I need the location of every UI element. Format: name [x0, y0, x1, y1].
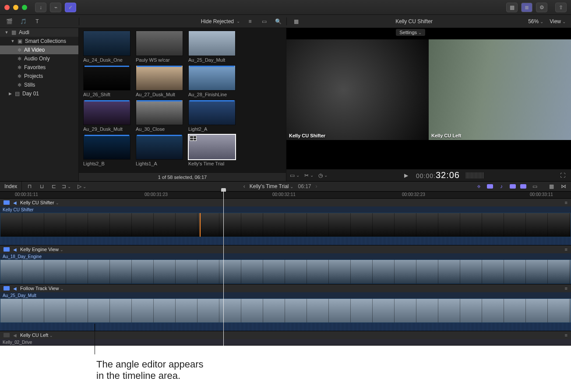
- frame-thumbnail: [285, 299, 307, 322]
- keyword-button[interactable]: ⌁: [50, 3, 61, 12]
- filter-dropdown[interactable]: Hide Rejected: [201, 18, 240, 24]
- filmstrip[interactable]: [0, 213, 571, 237]
- viewer-settings-dropdown[interactable]: Settings: [396, 29, 425, 36]
- connect-icon[interactable]: ⊓: [25, 182, 33, 190]
- angle-track[interactable]: ◀Kelly CU Shifter ⌄≡Kelly CU Shifter: [0, 199, 571, 245]
- view-dropdown[interactable]: View: [550, 18, 566, 24]
- index-button[interactable]: Index: [0, 182, 22, 191]
- frame-thumbnail: [329, 213, 351, 237]
- fullscreen-icon[interactable]: ⛶: [559, 172, 567, 179]
- solo-icon[interactable]: ♪: [497, 182, 505, 190]
- angle-preview-2[interactable]: Kelly CU Left: [429, 39, 571, 140]
- play-icon[interactable]: ▶: [402, 172, 410, 179]
- audio-monitor-toggle[interactable]: ◀: [13, 200, 17, 205]
- smart-collections-folder[interactable]: ▼ ▣ Smart Collections: [0, 37, 78, 46]
- music-icon[interactable]: 🎵: [19, 18, 27, 25]
- marker[interactable]: [200, 213, 201, 237]
- history-back-icon[interactable]: ‹: [243, 183, 245, 189]
- filmstrip[interactable]: [0, 259, 571, 284]
- close-window-icon[interactable]: [4, 5, 10, 10]
- track-menu-icon[interactable]: ≡: [565, 200, 567, 205]
- insert-icon[interactable]: ⊔: [38, 182, 46, 190]
- background-tasks-button[interactable]: ✓: [65, 3, 76, 12]
- timecode-display[interactable]: 00:00:32:06: [416, 170, 460, 180]
- filmstrip-icon[interactable]: ▭: [260, 18, 268, 25]
- thumbnail-image: [83, 31, 130, 56]
- list-view-icon[interactable]: ≡: [246, 18, 254, 25]
- smart-collection-item[interactable]: ✻Favorites: [0, 63, 78, 72]
- tool-select-dropdown[interactable]: ▷: [78, 182, 86, 190]
- track-menu-icon[interactable]: ≡: [565, 247, 567, 252]
- clip-thumbnail[interactable]: Kelly's Time Trial: [188, 134, 236, 166]
- clip-thumbnail[interactable]: Au_29_Dusk_Mult: [83, 100, 131, 132]
- skimming-icon[interactable]: ⎆: [475, 182, 483, 190]
- event-day01[interactable]: ▶ ▤ Day 01: [0, 89, 78, 98]
- clip-thumbnail[interactable]: Au_28_FinishLine: [188, 65, 236, 97]
- clip-thumbnail[interactable]: Lights1_A: [136, 134, 184, 166]
- smart-collection-item[interactable]: ✻All Video: [0, 46, 78, 54]
- track-menu-icon[interactable]: ≡: [565, 286, 567, 291]
- clip-thumbnail[interactable]: Light2_A: [188, 100, 236, 132]
- angle-name[interactable]: Follow Track View ⌄: [20, 286, 64, 291]
- transitions-icon[interactable]: ⋈: [560, 182, 567, 190]
- clip-thumbnail[interactable]: Lights2_B: [83, 134, 131, 166]
- audio-skim-toggle[interactable]: [487, 184, 493, 189]
- effects-icon[interactable]: ▦: [547, 182, 555, 190]
- clip-thumbnail[interactable]: Au_24_Dusk_One: [83, 31, 131, 63]
- transform-icon[interactable]: ✂: [305, 172, 313, 179]
- titles-icon[interactable]: T: [33, 18, 41, 25]
- import-button[interactable]: ↓: [35, 3, 46, 12]
- disclosure-icon[interactable]: ▶: [8, 91, 12, 96]
- angle-preview-1[interactable]: Kelly CU Shifter: [286, 39, 429, 140]
- search-icon[interactable]: 🔍: [274, 18, 282, 25]
- audio-monitor-toggle[interactable]: ◀: [13, 286, 17, 291]
- video-monitor-toggle[interactable]: [4, 286, 10, 290]
- filmstrip[interactable]: [0, 298, 571, 323]
- view-layout-icon[interactable]: ▦: [292, 18, 300, 25]
- clip-thumbnail[interactable]: Au_25_Day_Mult: [188, 31, 236, 63]
- clip-thumbnail[interactable]: Au_27_Dusk_Mult: [136, 65, 184, 97]
- disclosure-icon[interactable]: ▼: [11, 39, 15, 43]
- browser-toggle-button[interactable]: ▦: [506, 3, 518, 12]
- angle-track[interactable]: ◀Kelly Engine View ⌄≡Au_18_Day_Engine: [0, 245, 571, 284]
- disclosure-icon[interactable]: ▼: [4, 30, 9, 35]
- clip-thumbnail[interactable]: Pauly WS w/car: [136, 31, 184, 63]
- angle-name[interactable]: Kelly CU Shifter ⌄: [20, 200, 59, 205]
- angle-track[interactable]: ◀Kelly CU Left ⌄≡Kelly_02_Drive: [0, 331, 571, 346]
- video-monitor-toggle[interactable]: [4, 333, 10, 337]
- clip-thumbnail[interactable]: Au_30_Close: [136, 100, 184, 132]
- timeline-ruler[interactable]: 00:00:31:11 00:00:31:23 00:00:32:11 00:0…: [0, 192, 571, 199]
- smart-collection-item[interactable]: ✻Stills: [0, 80, 78, 89]
- clapper-icon[interactable]: 🎬: [5, 18, 13, 25]
- snapping-toggle[interactable]: [510, 184, 516, 189]
- share-button[interactable]: ⇪: [555, 3, 567, 12]
- smart-collection-item[interactable]: ✻Projects: [0, 72, 78, 80]
- video-monitor-toggle[interactable]: [4, 247, 10, 252]
- playhead[interactable]: [223, 192, 224, 346]
- smart-collection-item[interactable]: ✻Audio Only: [0, 54, 78, 63]
- clip-appearance-icon[interactable]: ▭: [531, 182, 539, 190]
- angle-name[interactable]: Kelly Engine View ⌄: [20, 247, 63, 252]
- display-options-icon[interactable]: ▭: [291, 172, 299, 179]
- inspector-toggle-button[interactable]: ⚙: [536, 3, 547, 12]
- snap-toggle-2[interactable]: [520, 184, 526, 189]
- retime-icon[interactable]: ◷: [319, 172, 327, 179]
- history-forward-icon[interactable]: ›: [316, 183, 317, 189]
- minimize-window-icon[interactable]: [13, 5, 18, 10]
- audio-monitor-toggle[interactable]: ◀: [13, 333, 17, 338]
- library-root[interactable]: ▼ ▦ Audi: [0, 28, 78, 37]
- audio-monitor-toggle[interactable]: ◀: [13, 247, 17, 252]
- video-monitor-toggle[interactable]: [4, 200, 10, 205]
- clip-thumbnail[interactable]: AU_26_Shift: [83, 65, 131, 97]
- angle-name[interactable]: Kelly CU Left ⌄: [20, 332, 53, 338]
- zoom-window-icon[interactable]: [22, 5, 27, 10]
- timeline-toggle-button[interactable]: ≣: [521, 3, 532, 12]
- project-title-dropdown[interactable]: Kelly's Time Trial: [250, 183, 294, 189]
- angle-track[interactable]: ◀Follow Track View ⌄≡Au_25_Day_Mult: [0, 284, 571, 331]
- clip-label: Light2_A: [188, 125, 236, 132]
- thumbnail-image: [83, 100, 130, 125]
- track-menu-icon[interactable]: ≡: [565, 332, 567, 338]
- overwrite-icon[interactable]: ⊐: [62, 182, 70, 190]
- zoom-dropdown[interactable]: 56%: [528, 18, 543, 24]
- append-icon[interactable]: ⊏: [50, 182, 58, 190]
